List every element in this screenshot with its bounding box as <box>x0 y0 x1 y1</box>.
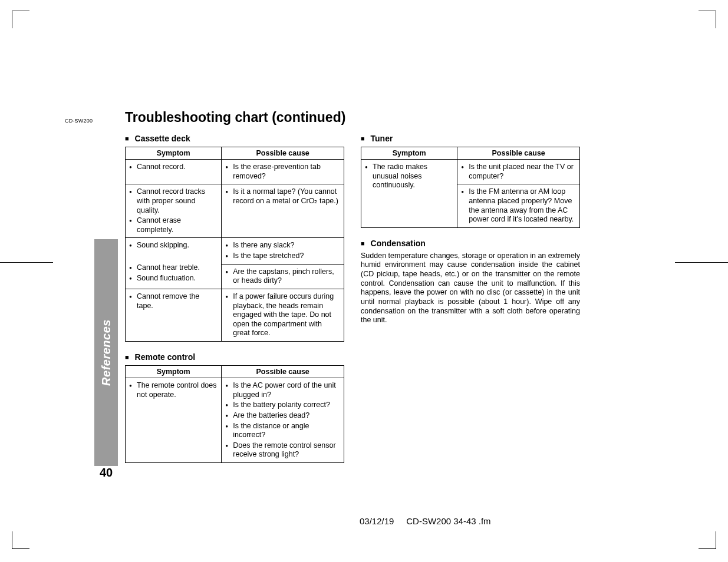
right-column: ■ Tuner Symptom Possible cause The radio… <box>361 131 580 463</box>
table-row: Cannot record. Is the erase-prevention t… <box>126 160 344 184</box>
table-row: Cannot remove the tape. If a power failu… <box>126 289 344 341</box>
tuner-table: Symptom Possible cause The radio makes u… <box>361 147 580 228</box>
table-row: Cannot record tracks with proper sound q… <box>126 184 344 238</box>
symptom: The radio makes unusual noises continuou… <box>365 163 453 190</box>
cause: Are the capstans, pinch rollers, or head… <box>225 267 340 286</box>
footer: 03/12/19 CD-SW200 34-43 .fm <box>360 516 491 526</box>
page-body: CD-SW200 Troubleshooting chart (continue… <box>66 110 661 463</box>
cause: Is it a normal tape? (You cannot record … <box>225 187 340 206</box>
square-icon: ■ <box>125 353 129 361</box>
cause: Is the FM antenna or AM loop antenna pla… <box>461 187 576 224</box>
section-tuner-head: ■ Tuner <box>361 134 580 143</box>
symptom: Cannot record. <box>129 163 218 172</box>
col-cause: Possible cause <box>457 147 580 160</box>
square-icon: ■ <box>125 135 129 142</box>
section-condensation-head: ■ Condensation <box>361 239 580 248</box>
symptom: Cannot record tracks with proper sound q… <box>129 187 218 215</box>
symptom: Cannot erase completely. <box>129 216 218 234</box>
crop-mark <box>12 531 29 549</box>
cause: Is the tape stretched? <box>225 252 340 261</box>
page-number: 40 <box>94 466 118 480</box>
cause: Is the unit placed near the TV or comput… <box>461 163 576 181</box>
cause: Is the AC power cord of the unit plugged… <box>225 381 340 399</box>
trim-rule <box>675 262 728 263</box>
cause: Is the distance or angle incorrect? <box>225 422 340 440</box>
col-cause: Possible cause <box>222 366 344 378</box>
section-remote-head: ■ Remote control <box>125 352 344 362</box>
col-symptom: Symptom <box>126 147 222 160</box>
section-cassette-head: ■ Cassette deck <box>125 134 344 143</box>
cause: Is there any slack? <box>225 241 340 250</box>
col-symptom: Symptom <box>126 366 222 378</box>
crop-mark <box>12 11 29 28</box>
symptom: The remote control does not operate. <box>129 381 218 399</box>
trim-rule <box>0 262 53 263</box>
table-row: The remote control does not operate. Is … <box>126 378 344 463</box>
section-title: Remote control <box>135 352 196 362</box>
symptom: Cannot hear treble. <box>129 263 218 273</box>
model-code: CD-SW200 <box>65 118 93 124</box>
section-title: Condensation <box>371 239 426 248</box>
section-title: Cassette deck <box>135 134 190 143</box>
table-header-row: Symptom Possible cause <box>126 147 344 160</box>
square-icon: ■ <box>361 135 365 142</box>
cause: Does the remote control sensor receive s… <box>225 441 340 459</box>
remote-table: Symptom Possible cause The remote contro… <box>125 365 344 463</box>
table-row: Sound skipping. Cannot hear treble. Soun… <box>126 238 344 264</box>
col-cause: Possible cause <box>222 147 344 160</box>
section-title: Tuner <box>371 134 393 143</box>
symptom: Sound fluctuation. <box>129 274 218 283</box>
square-icon: ■ <box>361 240 365 247</box>
table-header-row: Symptom Possible cause <box>126 366 344 378</box>
cassette-table: Symptom Possible cause Cannot record. Is… <box>125 147 344 342</box>
condensation-text: Sudden temperature changes, storage or o… <box>361 252 580 325</box>
crop-mark <box>699 531 716 549</box>
col-symptom: Symptom <box>361 147 457 160</box>
cause: If a power failure occurs during playbac… <box>225 292 340 338</box>
cause: Is the battery polarity correct? <box>225 401 340 410</box>
crop-mark <box>699 11 716 28</box>
page-title: Troubleshooting chart (continued) <box>125 110 661 125</box>
table-header-row: Symptom Possible cause <box>361 147 580 160</box>
footer-file: CD-SW200 34-43 .fm <box>406 516 490 526</box>
symptom: Cannot remove the tape. <box>129 292 218 310</box>
footer-date: 03/12/19 <box>360 516 394 526</box>
left-column: ■ Cassette deck Symptom Possible cause C… <box>125 131 344 463</box>
cause: Are the batteries dead? <box>225 411 340 421</box>
table-row: The radio makes unusual noises continuou… <box>361 160 580 184</box>
symptom: Sound skipping. <box>129 241 218 250</box>
cause: Is the erase-prevention tab removed? <box>225 163 340 181</box>
